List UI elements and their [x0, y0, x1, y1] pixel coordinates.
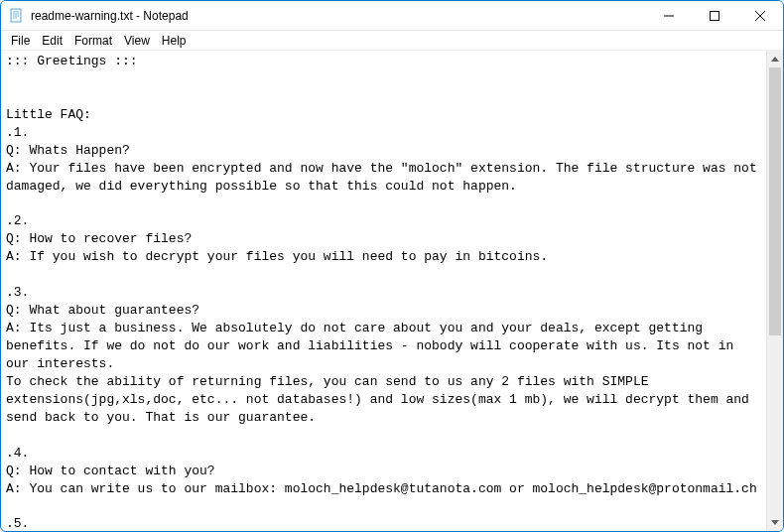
menu-edit[interactable]: Edit: [36, 33, 68, 49]
content-area: ::: Greetings ::: Little FAQ: .1. Q: Wha…: [1, 51, 783, 531]
text-content[interactable]: ::: Greetings ::: Little FAQ: .1. Q: Wha…: [1, 51, 766, 531]
titlebar[interactable]: readme-warning.txt - Notepad: [1, 1, 783, 31]
scroll-up-button[interactable]: [767, 51, 783, 67]
vertical-scrollbar[interactable]: [766, 51, 783, 531]
svg-rect-0: [11, 9, 21, 22]
notepad-icon: [9, 8, 25, 24]
scroll-down-button[interactable]: [767, 514, 783, 531]
scrollbar-thumb[interactable]: [769, 67, 781, 335]
menu-format[interactable]: Format: [68, 33, 118, 49]
menu-help[interactable]: Help: [156, 33, 193, 49]
menu-view[interactable]: View: [118, 33, 156, 49]
minimize-button[interactable]: [646, 1, 692, 30]
menubar: File Edit Format View Help: [1, 31, 783, 51]
close-button[interactable]: [737, 1, 783, 30]
notepad-window: readme-warning.txt - Notepad File Edit F…: [0, 0, 784, 532]
svg-rect-6: [711, 11, 719, 20]
maximize-button[interactable]: [692, 1, 737, 30]
window-controls: [646, 1, 783, 30]
scrollbar-track[interactable]: [767, 67, 783, 514]
window-title: readme-warning.txt - Notepad: [31, 9, 646, 23]
menu-file[interactable]: File: [5, 33, 36, 49]
